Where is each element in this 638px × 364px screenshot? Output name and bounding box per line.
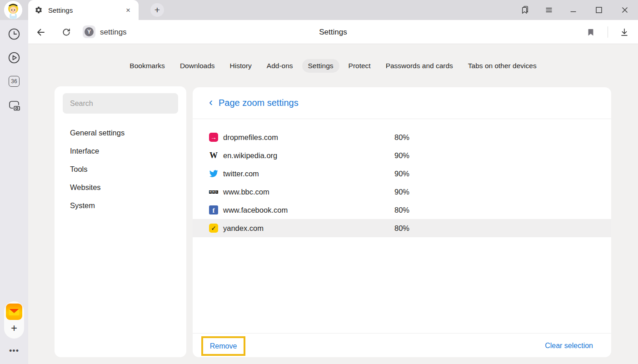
- zoom-site-row[interactable]: → W BBC f ✓ yandex.com 80%: [193, 219, 611, 237]
- tab-panels-icon[interactable]: [519, 5, 530, 15]
- site-name: www.bbc.com: [223, 188, 269, 196]
- page-zoom-panel: ‹ Page zoom settings → W BBC f ✓ dropmef…: [193, 87, 611, 357]
- nav-tab-tabs-on-other-devices[interactable]: Tabs on other devices: [462, 59, 543, 73]
- bbc-favicon: BBC: [209, 190, 218, 194]
- zoom-percent: 90%: [394, 170, 409, 178]
- panel-title: Page zoom settings: [219, 98, 299, 108]
- downloads-icon[interactable]: [618, 26, 630, 38]
- zoom-site-row[interactable]: → W BBC f ✓ en.wikipedia.org 90%: [193, 146, 611, 165]
- back-chevron-icon: ‹: [209, 97, 213, 109]
- side-rail: 36: [0, 20, 28, 364]
- tab-close-icon[interactable]: ×: [124, 5, 132, 15]
- window-close-icon[interactable]: [619, 5, 630, 15]
- clear-selection-button[interactable]: Clear selection: [545, 334, 593, 358]
- sidebar-items: General settingsInterfaceToolsWebsitesSy…: [55, 124, 186, 214]
- zoom-percent: 80%: [394, 224, 409, 233]
- browser-window: Settings × + 36: [0, 0, 638, 364]
- zoom-site-row[interactable]: → W BBC f ✓ dropmefiles.com 80%: [193, 128, 611, 146]
- facebook-favicon: f: [209, 205, 218, 214]
- menu-icon[interactable]: [543, 5, 554, 15]
- screenshot-icon[interactable]: [8, 99, 20, 112]
- sidebar-item-websites[interactable]: Websites: [55, 178, 186, 196]
- tab-counter-icon[interactable]: 36: [8, 75, 20, 88]
- pinned-apps-pill: +: [4, 301, 24, 339]
- back-icon[interactable]: [35, 26, 47, 38]
- zoom-site-row[interactable]: → W BBC f ✓ www.bbc.com 90%: [193, 183, 611, 201]
- sidebar-item-interface[interactable]: Interface: [55, 142, 186, 160]
- refresh-icon[interactable]: [60, 26, 72, 38]
- twitter-favicon: [209, 169, 218, 178]
- panel-header-back[interactable]: ‹ Page zoom settings: [193, 87, 611, 119]
- more-options-icon[interactable]: •••: [0, 346, 28, 356]
- sidebar-item-general-settings[interactable]: General settings: [55, 124, 186, 142]
- dropmefiles-favicon: →: [209, 133, 218, 142]
- site-name: yandex.com: [223, 224, 264, 233]
- tab-count: 36: [9, 76, 20, 87]
- page-favicon: Y: [83, 25, 95, 38]
- address-bar[interactable]: settings: [100, 20, 127, 44]
- panel-footer: Remove Clear selection: [193, 333, 611, 357]
- site-name: twitter.com: [223, 170, 259, 178]
- nav-tab-add-ons[interactable]: Add-ons: [261, 59, 299, 73]
- video-play-icon[interactable]: [8, 51, 20, 64]
- search-input[interactable]: [63, 93, 178, 114]
- tab-strip: Settings × +: [0, 0, 638, 20]
- zoom-percent: 90%: [394, 188, 409, 196]
- settings-nav-tabs: BookmarksDownloadsHistoryAdd-onsSettings…: [28, 59, 638, 73]
- add-app-button[interactable]: +: [4, 320, 24, 336]
- nav-tab-history[interactable]: History: [224, 59, 258, 73]
- site-name: en.wikipedia.org: [223, 151, 277, 160]
- sidebar-item-tools[interactable]: Tools: [55, 160, 186, 178]
- browser-tab-settings[interactable]: Settings ×: [28, 0, 139, 20]
- toolbar-divider: [608, 26, 608, 38]
- tutorial-highlight-box: Remove: [201, 336, 245, 356]
- nav-tab-downloads[interactable]: Downloads: [174, 59, 221, 73]
- settings-sidebar: General settingsInterfaceToolsWebsitesSy…: [55, 86, 186, 357]
- zoom-percent: 90%: [394, 151, 409, 160]
- zoom-site-row[interactable]: → W BBC f ✓ twitter.com 90%: [193, 165, 611, 183]
- window-minimize-icon[interactable]: [568, 5, 579, 15]
- site-name: dropmefiles.com: [223, 133, 278, 142]
- bookmark-icon[interactable]: [585, 26, 597, 38]
- selected-checkbox-icon: ✓: [209, 224, 218, 233]
- remove-button[interactable]: Remove: [210, 342, 237, 350]
- gear-icon: [35, 6, 43, 14]
- nav-tab-settings[interactable]: Settings: [302, 59, 339, 73]
- wikipedia-favicon: W: [209, 151, 218, 160]
- window-maximize-icon[interactable]: [593, 5, 604, 15]
- site-name: www.facebook.com: [223, 206, 288, 214]
- yandex-mail-icon[interactable]: [6, 304, 22, 320]
- zoom-percent: 80%: [394, 206, 409, 214]
- sidebar-item-system[interactable]: System: [55, 196, 186, 214]
- zoom-site-row[interactable]: → W BBC f ✓ www.facebook.com 80%: [193, 201, 611, 219]
- browser-toolbar: Y settings Settings: [28, 20, 638, 44]
- nav-tab-passwords-and-cards[interactable]: Passwords and cards: [380, 59, 459, 73]
- nav-tab-bookmarks[interactable]: Bookmarks: [124, 59, 171, 73]
- zoom-sites-list: → W BBC f ✓ dropmefiles.com 80% → W BBC …: [193, 119, 611, 237]
- profile-avatar[interactable]: [4, 1, 22, 19]
- new-tab-button[interactable]: +: [150, 3, 164, 17]
- tab-title: Settings: [48, 6, 124, 14]
- history-clock-icon[interactable]: [8, 28, 20, 40]
- yandex-logo-icon: Y: [85, 27, 94, 36]
- nav-tab-protect[interactable]: Protect: [343, 59, 377, 73]
- zoom-percent: 80%: [394, 133, 409, 142]
